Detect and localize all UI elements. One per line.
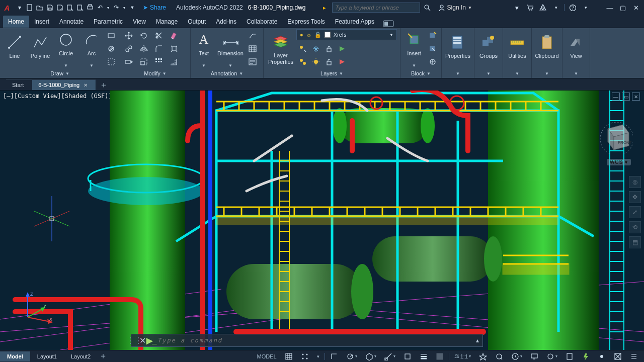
utilities-button[interactable]: Utilities — [505, 29, 529, 68]
workspace-switch-icon[interactable]: ▾ — [508, 350, 525, 362]
a360-icon[interactable] — [538, 3, 548, 13]
lineweight-toggle-icon[interactable] — [417, 350, 431, 362]
viewport-maximize-icon[interactable]: ▭ — [622, 93, 630, 101]
ellipse-icon[interactable] — [105, 55, 118, 68]
ribbon-tab-insert[interactable]: Insert — [29, 16, 54, 28]
annotation-monitor-icon[interactable] — [527, 350, 541, 362]
explode-icon[interactable] — [168, 42, 181, 55]
3dosnap-toggle-icon[interactable] — [400, 350, 415, 362]
new-icon[interactable] — [25, 3, 34, 12]
layout-tab-layout1[interactable]: Layout1 — [30, 351, 64, 361]
groups-button[interactable]: Groups — [476, 29, 501, 68]
ribbon-overflow-icon[interactable] — [382, 20, 394, 28]
ribbon-tab-view[interactable]: View — [128, 16, 151, 28]
panel-title-annotation[interactable]: Annotation▼ — [193, 69, 261, 78]
layout-tab-model[interactable]: Model — [0, 351, 30, 361]
text-button[interactable]: AText▼ — [193, 29, 215, 68]
trim-icon[interactable] — [152, 29, 166, 42]
laycur-icon[interactable] — [336, 55, 349, 68]
ribbon-tab-collaborate[interactable]: Collaborate — [242, 16, 282, 28]
layfrz-icon[interactable] — [309, 42, 323, 55]
orbit-icon[interactable]: ⟲ — [629, 221, 641, 233]
cmd-recent-icon[interactable]: ▴ — [472, 337, 482, 344]
panel-title-block[interactable]: Block▼ — [403, 69, 439, 78]
ribbon-tab-home[interactable]: Home — [3, 16, 29, 28]
laythw-icon[interactable] — [309, 55, 323, 68]
help-icon[interactable]: ? — [568, 3, 578, 13]
exchange-apps-icon[interactable]: ▾ — [512, 3, 522, 13]
isolate-objects-icon[interactable] — [595, 350, 609, 362]
panel-title-groups[interactable]: ▼ — [476, 69, 501, 78]
open-web-icon[interactable] — [65, 3, 74, 12]
layer-properties-button[interactable]: Layer Properties — [266, 29, 296, 68]
edit-attributes-icon[interactable] — [426, 55, 439, 68]
table-icon[interactable] — [246, 42, 259, 55]
fillet-icon[interactable] — [152, 42, 166, 55]
save-web-icon[interactable] — [75, 3, 85, 12]
command-input[interactable] — [155, 337, 472, 344]
ortho-toggle-icon[interactable] — [327, 350, 341, 362]
layoff-icon[interactable] — [296, 42, 309, 55]
panel-title-view[interactable]: ▼ — [565, 69, 588, 78]
pan-icon[interactable]: ✥ — [629, 191, 641, 203]
snap-toggle-icon[interactable] — [298, 350, 312, 362]
viewport-minimize-icon[interactable]: — — [612, 93, 620, 101]
ribbon-tab-express-tools[interactable]: Express Tools — [282, 16, 330, 28]
annotation-autoscale-icon[interactable] — [492, 350, 506, 362]
cart-icon[interactable] — [525, 3, 535, 13]
dimension-button[interactable]: Dimension▼ — [215, 29, 246, 68]
ribbon-tab-manage[interactable]: Manage — [151, 16, 183, 28]
move-icon[interactable] — [122, 29, 135, 42]
drawing-area[interactable]: [–][Custom View][Shaded (GSF)] — [0, 90, 644, 350]
save-icon[interactable] — [45, 3, 54, 12]
search-field[interactable] — [332, 3, 420, 13]
osnap-toggle-icon[interactable]: ▾ — [381, 350, 398, 362]
undo-icon[interactable]: ↶ — [96, 3, 105, 12]
infocenter-indicator-icon[interactable]: ▸ — [321, 4, 328, 11]
hardware-accel-icon[interactable] — [579, 350, 593, 362]
plot-icon[interactable] — [86, 3, 95, 12]
search-input[interactable] — [333, 5, 420, 11]
wcs-indicator[interactable]: WCS ▾ — [607, 159, 631, 165]
help-dropdown-icon[interactable]: ▾ — [581, 3, 591, 13]
insert-button[interactable]: Insert▼ — [403, 29, 426, 68]
panel-title-layers[interactable]: Layers▼ — [266, 69, 398, 78]
clipboard-button[interactable]: Clipboard — [534, 29, 560, 68]
ribbon-tab-featured-apps[interactable]: Featured Apps — [330, 16, 379, 28]
quick-properties-icon[interactable] — [562, 350, 577, 362]
add-layout-button[interactable]: ＋ — [98, 351, 109, 361]
offset-icon[interactable] — [168, 55, 181, 68]
properties-button[interactable]: Properties — [444, 29, 472, 68]
search-go-icon[interactable] — [422, 3, 432, 13]
redo-dropdown-icon[interactable]: ▾ — [122, 3, 127, 12]
polar-toggle-icon[interactable]: ▾ — [343, 350, 360, 362]
layon-icon[interactable] — [296, 55, 309, 68]
close-tab-icon[interactable]: ✕ — [84, 82, 88, 88]
customize-status-icon[interactable] — [627, 350, 641, 362]
layer-selector[interactable]: ● ☼ 🔓 Xrefs ▼ — [296, 29, 397, 40]
cmd-grip-icon[interactable]: ⋮⋮ — [131, 334, 137, 346]
saveas-icon[interactable] — [55, 3, 64, 12]
panel-title-modify[interactable]: Modify▼ — [122, 69, 188, 78]
laymch-icon[interactable] — [336, 42, 349, 55]
annotation-visibility-icon[interactable] — [476, 350, 490, 362]
annotation-scale[interactable]: ⚖ 1:1▾ — [451, 350, 474, 362]
panel-title-properties[interactable]: ▼ — [444, 69, 472, 78]
transparency-toggle-icon[interactable] — [433, 350, 447, 362]
file-tab-active[interactable]: 6-B-1000_Piping✕ — [32, 79, 96, 90]
panel-title-utilities[interactable]: ▼ — [505, 69, 529, 78]
mirror-icon[interactable] — [137, 42, 150, 55]
panel-title-clipboard[interactable]: ▼ — [534, 69, 560, 78]
a360-dropdown-icon[interactable]: ▾ — [551, 3, 561, 13]
showmotion-icon[interactable]: ▤ — [629, 236, 641, 248]
ribbon-tab-add-ins[interactable]: Add-ins — [211, 16, 242, 28]
rotate-icon[interactable] — [137, 29, 150, 42]
steering-wheel-icon[interactable]: ◎ — [629, 176, 641, 188]
circle-button[interactable]: Circle▼ — [53, 29, 78, 68]
array-icon[interactable] — [152, 55, 166, 68]
share-button[interactable]: ➤ Share — [143, 4, 166, 11]
rectangle-icon[interactable] — [105, 29, 118, 42]
view-button[interactable]: View — [565, 29, 588, 68]
signin-button[interactable]: Sign In ▼ — [438, 4, 472, 11]
view-cube[interactable]: FRONT — [598, 119, 633, 154]
